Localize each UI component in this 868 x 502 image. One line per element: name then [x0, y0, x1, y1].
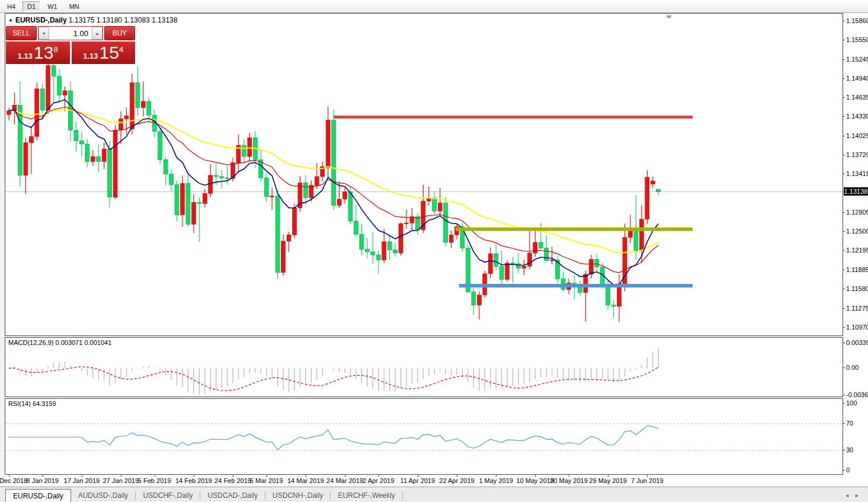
- date-label: 24 Mar 2019: [326, 477, 363, 484]
- axis-tick-mark: [843, 174, 845, 174]
- date-label: 30 Dec 2018: [0, 477, 27, 484]
- volume-increase-button[interactable]: ▲: [92, 27, 103, 40]
- date-label: 2 Apr 2019: [363, 477, 394, 484]
- trading-terminal-window: H4D1W1MN ▲EURUSD-,Daily 1.13175 1.13180 …: [0, 0, 868, 502]
- tab-scroll-arrows: ◄►: [844, 493, 864, 498]
- date-label: 29 May 2019: [589, 477, 627, 484]
- buy-price-pip: 4: [119, 45, 123, 54]
- symbol-tab-usdchf[interactable]: USDCHF-,Daily: [136, 489, 200, 502]
- symbol-tab-usdcad[interactable]: USDCAD-,Daily: [200, 489, 265, 502]
- collapse-triangle-icon[interactable]: ▲: [8, 17, 13, 23]
- chart-ohlc-values: 1.13175 1.13180 1.13083 1.13138: [69, 16, 178, 24]
- axis-tick-mark: [843, 289, 845, 289]
- current-price-tag: 1.13138: [844, 187, 868, 196]
- date-label: 14 Feb 2019: [175, 477, 212, 484]
- symbol-tab-usdcnh[interactable]: USDCNH-,Daily: [265, 489, 330, 502]
- symbol-tab-eurchf[interactable]: EURCHF-,Weekly: [331, 489, 402, 502]
- timeframe-button-h4[interactable]: H4: [2, 1, 20, 12]
- toolbar-separator: [89, 2, 89, 11]
- date-label: 5 Mar 2019: [250, 477, 283, 484]
- splitter-line[interactable]: [2, 13, 2, 502]
- axis-tick-mark: [843, 116, 845, 117]
- axis-tick-mark: [843, 97, 845, 98]
- volume-decrease-button[interactable]: ▼: [39, 27, 49, 40]
- price-axis[interactable]: 1.158601.155501.152451.149401.146351.143…: [844, 13, 868, 475]
- rsi-chart-canvas[interactable]: [5, 399, 843, 474]
- chart-shift-marker-icon[interactable]: [666, 15, 672, 19]
- date-label: 17 Jan 2019: [64, 477, 100, 484]
- sell-button[interactable]: SELL: [6, 26, 37, 40]
- axis-tick-mark: [843, 21, 845, 21]
- date-label: 20 May 2019: [550, 477, 588, 484]
- sell-price-prefix: 1.13: [18, 52, 33, 60]
- date-label: 22 Apr 2019: [439, 477, 474, 484]
- axis-tick-mark: [843, 40, 845, 40]
- date-label: 14 Mar 2019: [287, 477, 324, 484]
- chart-tab-bar: ◄► EURUSD-,DailyAUDUSD-,DailyUSDCHF-,Dai…: [0, 487, 868, 502]
- date-label: 5 Feb 2019: [138, 477, 171, 484]
- sell-price-box[interactable]: 1.13 13 8: [6, 41, 70, 64]
- chart-header: ▲EURUSD-,Daily 1.13175 1.13180 1.13083 1…: [8, 16, 177, 24]
- date-label: 11 Apr 2019: [401, 477, 435, 484]
- axis-tick-mark: [843, 308, 845, 309]
- one-click-trade-panel: SELL ▼ ▲ BUY 1.13 13 8 1.13 15 4: [6, 26, 135, 64]
- date-label: 7 Jun 2019: [631, 477, 663, 484]
- date-label: 10 May 2019: [516, 477, 554, 484]
- date-label: 24 Feb 2019: [214, 477, 251, 484]
- window-left-edge: [0, 13, 5, 502]
- buy-price-prefix: 1.13: [83, 52, 98, 60]
- date-label: 8 Jan 2019: [26, 477, 58, 484]
- date-label: 27 Jan 2019: [103, 477, 139, 484]
- date-label: 1 May 2019: [479, 477, 513, 484]
- timeframe-toolbar: H4D1W1MN: [0, 0, 868, 13]
- axis-tick-mark: [843, 59, 845, 60]
- buy-price-box[interactable]: 1.13 15 4: [72, 41, 136, 64]
- rsi-label: RSI(14) 64.3159: [8, 400, 56, 407]
- axis-tick-mark: [843, 250, 845, 251]
- tab-separator: [402, 491, 403, 500]
- trade-controls-row: SELL ▼ ▲ BUY: [6, 26, 135, 40]
- timeframe-button-w1[interactable]: W1: [43, 1, 62, 12]
- chart-symbol-label: EURUSD-,Daily: [15, 16, 67, 24]
- axis-tick-mark: [843, 327, 845, 328]
- buy-button[interactable]: BUY: [104, 26, 135, 40]
- axis-tick-mark: [843, 136, 845, 136]
- rsi-indicator-pane[interactable]: RSI(14) 64.3159: [5, 398, 843, 475]
- axis-tick-mark: [843, 231, 845, 232]
- axis-tick-mark: [843, 78, 845, 79]
- macd-chart-canvas[interactable]: [5, 338, 843, 397]
- axis-tick-mark: [843, 212, 845, 213]
- macd-label: MACD(12,26,9) 0.003071 0.001041: [8, 339, 111, 346]
- sell-price-pip: 8: [53, 45, 57, 54]
- buy-price-big: 15: [100, 43, 119, 63]
- symbol-tab-eurusd[interactable]: EURUSD-,Daily: [5, 489, 71, 502]
- trade-prices-row: 1.13 13 8 1.13 15 4: [6, 41, 135, 64]
- sell-price-big: 13: [34, 43, 53, 63]
- date-axis[interactable]: 30 Dec 20188 Jan 201917 Jan 201927 Jan 2…: [5, 475, 868, 487]
- macd-indicator-pane[interactable]: MACD(12,26,9) 0.003071 0.001041: [5, 337, 843, 397]
- volume-input[interactable]: [49, 27, 92, 40]
- axis-tick-mark: [843, 270, 845, 270]
- tab-scroll-right-icon[interactable]: ►: [854, 493, 864, 498]
- axis-tick-mark: [843, 155, 845, 155]
- tab-scroll-left-icon[interactable]: ◄: [844, 493, 854, 498]
- timeframe-button-d1[interactable]: D1: [23, 1, 40, 12]
- symbol-tab-audusd[interactable]: AUDUSD-,Daily: [71, 489, 136, 502]
- volume-stepper: ▼ ▲: [38, 26, 103, 40]
- timeframe-button-mn[interactable]: MN: [65, 1, 84, 12]
